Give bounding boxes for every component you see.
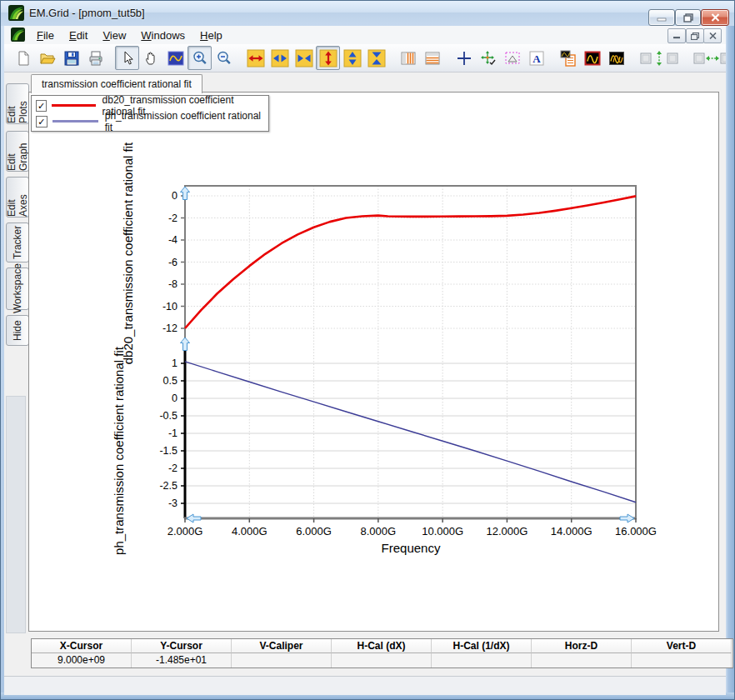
readout-header-horz-d: Horz-D (532, 639, 632, 653)
open-file-button[interactable] (35, 46, 59, 70)
readout-value-cell (232, 653, 332, 668)
mdi-restore-button[interactable] (686, 28, 704, 43)
readout-header-h-cal-dx-: H-Cal (dX) (332, 639, 432, 653)
svg-text:-10: -10 (162, 301, 178, 312)
title-bar[interactable]: EM.Grid - [pmom_tut5b] (1, 1, 734, 26)
arrows-in-y-button[interactable] (364, 46, 388, 70)
pan-tool-icon (142, 49, 161, 68)
save-icon (62, 49, 81, 68)
readout-value-cell (632, 653, 732, 668)
legend-line-sample (52, 120, 98, 122)
readout-value-cell (332, 653, 432, 668)
svg-text:10.000G: 10.000G (422, 525, 463, 538)
print-button[interactable] (83, 46, 108, 70)
mdi-close-button[interactable] (703, 28, 722, 43)
arrows-out-y-button[interactable] (340, 46, 364, 70)
readout-value-cell (532, 653, 632, 668)
plot-multi-button[interactable] (604, 46, 628, 70)
svg-text:ph_transmission coefficient ra: ph_transmission coefficient rational fit (112, 346, 126, 555)
svg-text:6.000G: 6.000G (296, 525, 332, 538)
plot-single-button[interactable] (580, 46, 604, 70)
zoom-out-button[interactable] (212, 46, 236, 70)
pointer-tool-icon (118, 49, 137, 68)
arrows-in-x-button[interactable] (292, 46, 316, 70)
sidebar-item-edit-graph[interactable]: Edit Graph (6, 131, 29, 172)
restore-button[interactable] (675, 9, 701, 26)
toolbar-separator (388, 47, 396, 69)
menu-bar: FileEditViewWindowsHelp (4, 26, 726, 45)
plot-properties-icon (559, 49, 578, 68)
toolbar-separator (548, 47, 556, 69)
axis-handle-top (181, 187, 190, 200)
caliper-tool-button[interactable] (500, 46, 524, 70)
menu-view[interactable]: View (95, 28, 133, 43)
plot-properties-button[interactable] (556, 46, 580, 70)
menu-windows[interactable]: Windows (133, 28, 192, 43)
new-file-button[interactable] (11, 46, 35, 70)
menu-edit[interactable]: Edit (62, 28, 95, 43)
plot-chart[interactable]: 0-2-4-6-8-10-1210.50-0.5-1-1.5-2-2.5-32.… (99, 108, 666, 576)
zoom-box-tool-icon (167, 49, 185, 68)
arrows-out-x-button[interactable] (268, 46, 292, 70)
fit-width-group-button[interactable] (689, 46, 726, 70)
readout-header-row: X-CursorY-CursorV-CaliperH-Cal (dX)H-Cal… (32, 639, 732, 653)
readout-header-y-cursor: Y-Cursor (132, 639, 232, 653)
sidebar-item-edit-axes[interactable]: Edit Axes (6, 177, 29, 218)
plot-single-icon (583, 49, 602, 68)
grid-horizontal-button[interactable] (420, 46, 444, 70)
cursor-readout-table: X-CursorY-CursorV-CaliperH-Cal (dX)H-Cal… (31, 638, 733, 668)
crosshair-button[interactable] (452, 46, 476, 70)
zoom-box-tool-button[interactable] (163, 46, 188, 70)
legend-checkbox[interactable]: ✓ (36, 100, 47, 112)
toolbar-separator (682, 47, 689, 69)
tab-transmission-coefficient[interactable]: transmission coefficient rational fit (31, 74, 202, 93)
svg-text:8.000G: 8.000G (361, 525, 397, 538)
tab-strip: transmission coefficient rational fit (28, 74, 724, 92)
expand-x-icon (247, 49, 265, 68)
svg-text:0.5: 0.5 (163, 375, 178, 387)
save-button[interactable] (59, 46, 83, 70)
toolbar: A Layout (4, 44, 726, 72)
status-bar (4, 676, 726, 695)
close-button[interactable] (701, 9, 729, 26)
fit-height-group-button[interactable] (636, 46, 682, 70)
zoom-in-button[interactable] (188, 46, 212, 70)
svg-text:-2: -2 (168, 462, 178, 474)
tracker-tool-button[interactable] (476, 46, 500, 70)
svg-text:db20_transmission coefficient: db20_transmission coefficient rational f… (121, 142, 135, 364)
readout-header-v-caliper: V-Caliper (232, 639, 332, 653)
svg-text:A: A (532, 52, 541, 65)
menu-help[interactable]: Help (192, 28, 230, 43)
fit-height-group-icon (639, 49, 679, 68)
menu-file[interactable]: File (29, 28, 62, 43)
sidebar-item-workspace[interactable]: Workspace (6, 268, 29, 310)
arrows-out-y-icon (343, 49, 362, 68)
tab-label: transmission coefficient rational fit (42, 78, 192, 90)
window-title: EM.Grid - [pmom_tut5b] (29, 7, 145, 19)
axis-handle-left (187, 514, 201, 522)
mdi-minimize-button[interactable] (668, 28, 686, 43)
zoom-out-icon (215, 49, 233, 68)
pointer-tool-button[interactable] (115, 46, 139, 70)
readout-value-cell (432, 653, 532, 668)
axis-handle-mid (181, 338, 190, 351)
readout-value-cell: 9.000e+09 (32, 653, 132, 668)
legend-checkbox[interactable]: ✓ (36, 116, 48, 128)
expand-y-button[interactable] (316, 46, 340, 70)
svg-text:14.000G: 14.000G (551, 525, 592, 538)
menu-items: FileEditViewWindowsHelp (29, 26, 230, 44)
grid-vertical-button[interactable] (396, 46, 420, 70)
new-file-icon (14, 49, 32, 68)
svg-text:-2.5: -2.5 (159, 480, 178, 492)
svg-text:-8: -8 (168, 278, 178, 290)
svg-text:2.000G: 2.000G (168, 525, 203, 538)
sidebar-item-hide[interactable]: Hide (6, 315, 29, 346)
sidebar-item-tracker[interactable]: Tracker (6, 222, 29, 262)
app-window: EM.Grid - [pmom_tut5b] FileEditViewWindo… (0, 0, 735, 700)
pan-tool-button[interactable] (139, 46, 163, 70)
minimize-button[interactable] (648, 9, 675, 26)
text-tool-button[interactable]: A (524, 46, 548, 70)
expand-x-button[interactable] (243, 46, 268, 70)
sidebar-item-edit-plots[interactable]: Edit Plots (6, 83, 29, 124)
readout-value-cell: -1.485e+01 (132, 653, 232, 668)
